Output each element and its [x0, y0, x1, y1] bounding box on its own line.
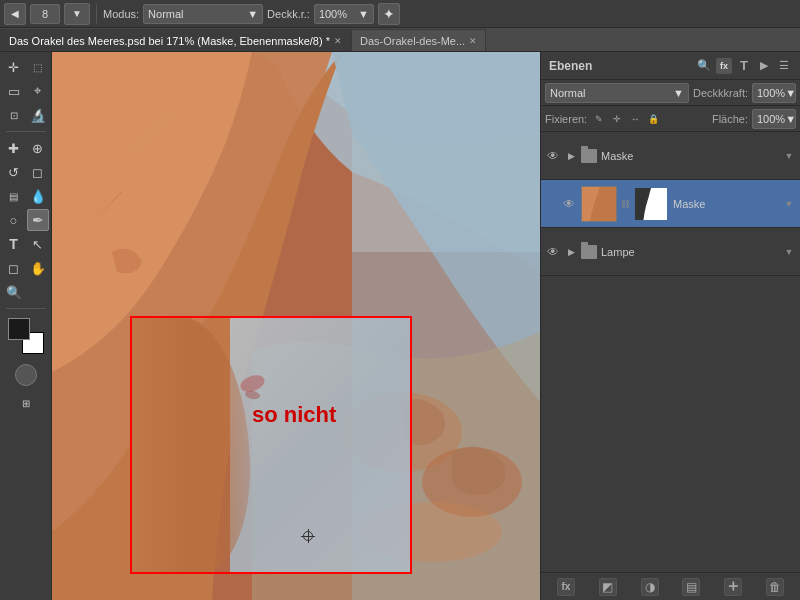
lock-pixels-btn[interactable]: ✎: [591, 111, 607, 127]
add-effect-button[interactable]: fx: [557, 578, 575, 596]
color-swatches[interactable]: [8, 318, 44, 354]
modus-dropdown[interactable]: Normal ▼: [143, 4, 263, 24]
fill-label: Fläche:: [712, 113, 748, 125]
type-tool[interactable]: T: [3, 233, 25, 255]
tab-close-1[interactable]: ✕: [334, 36, 342, 46]
layer-mask-thumbnail-maske: [633, 186, 669, 222]
canvas-area[interactable]: so nicht: [52, 52, 540, 600]
layers-header-icons: 🔍 fx T ▶ ☰: [696, 58, 792, 74]
tab-active[interactable]: Das Orakel des Meeres.psd bei 171% (Mask…: [0, 29, 351, 51]
layer-expand-lampe[interactable]: ▶: [565, 246, 577, 258]
tool-pair-9: ◻ ✋: [3, 257, 49, 279]
tool-pair-1: ✛ ⬚: [3, 56, 49, 78]
tool-pair-6: ▤ 💧: [3, 185, 49, 207]
layer-name-maske: Maske: [673, 198, 778, 210]
add-mask-button[interactable]: ◩: [599, 578, 617, 596]
tab-close-2[interactable]: ✕: [469, 36, 477, 46]
tool-separator-2: [6, 308, 46, 309]
extra-panel-button[interactable]: ⊞: [15, 392, 37, 414]
svg-point-5: [362, 502, 502, 562]
main-area: ✛ ⬚ ▭ ⌖ ⊡ 🔬 ✚ ⊕ ↺ ◻ ▤ 💧 ○ ✒ T ↖: [0, 52, 800, 600]
add-group-button[interactable]: ▤: [682, 578, 700, 596]
foreground-color-swatch[interactable]: [8, 318, 30, 340]
left-toolbar: ✛ ⬚ ▭ ⌖ ⊡ 🔬 ✚ ⊕ ↺ ◻ ▤ 💧 ○ ✒ T ↖: [0, 52, 52, 600]
tool-pair-5: ↺ ◻: [3, 161, 49, 183]
layers-list: 👁 ▶ Maske ▼ 👁 ⛓: [541, 132, 800, 572]
add-adjustment-button[interactable]: ◑: [641, 578, 659, 596]
layers-fx-icon[interactable]: fx: [716, 58, 732, 74]
layers-type-icon[interactable]: T: [736, 58, 752, 74]
crop-tool[interactable]: ⊡: [3, 104, 25, 126]
layers-panel: Ebenen 🔍 fx T ▶ ☰ Normal ▼ Deckkkraft: 1…: [540, 52, 800, 600]
back-button[interactable]: ◀: [4, 3, 26, 25]
lock-icons: ✎ ✛ ↔ 🔒: [591, 111, 661, 127]
layers-title: Ebenen: [549, 59, 592, 73]
eyedropper-tool[interactable]: 🔬: [27, 104, 49, 126]
layer-row-maske-layer[interactable]: 👁 ⛓ Maske ▼: [541, 180, 800, 228]
layer-row-maske-group[interactable]: 👁 ▶ Maske ▼: [541, 132, 800, 180]
move-tool[interactable]: ✛: [3, 56, 25, 78]
canvas-image: [52, 52, 540, 600]
lock-artboards-btn[interactable]: ↔: [627, 111, 643, 127]
marquee-tool[interactable]: ▭: [3, 80, 25, 102]
modus-label: Modus:: [103, 8, 139, 20]
layer-name-lampe: Lampe: [601, 246, 778, 258]
deckkraft-label: Deckk.r.:: [267, 8, 310, 20]
path-select-tool[interactable]: ↖: [27, 233, 49, 255]
opacity-label: Deckkkraft:: [693, 87, 748, 99]
zoom-tool[interactable]: 🔍: [3, 281, 25, 303]
layer-expand-maske-group[interactable]: ▶: [565, 150, 577, 162]
layer-menu-lampe[interactable]: ▼: [782, 247, 796, 257]
delete-layer-button[interactable]: 🗑: [766, 578, 784, 596]
tab-bar: Das Orakel des Meeres.psd bei 171% (Mask…: [0, 28, 800, 52]
tool-pair-8: T ↖: [3, 233, 49, 255]
stamp-tool[interactable]: ⊕: [27, 137, 49, 159]
layers-bottom-toolbar: fx ◩ ◑ ▤ ＋ 🗑: [541, 572, 800, 600]
brush-size-input[interactable]: [30, 4, 60, 24]
pen-tool[interactable]: ✒: [27, 209, 49, 231]
layers-blend-row: Normal ▼ Deckkkraft: 100% ▼: [541, 80, 800, 106]
extra-tool[interactable]: [27, 281, 49, 303]
mask-icon[interactable]: [15, 364, 37, 386]
tool-pair-3: ⊡ 🔬: [3, 104, 49, 126]
healing-tool[interactable]: ✚: [3, 137, 25, 159]
add-layer-button[interactable]: ＋: [724, 578, 742, 596]
hand-tool[interactable]: ✋: [27, 257, 49, 279]
layer-thumbnail-maske: [581, 186, 617, 222]
tool-pair-7: ○ ✒: [3, 209, 49, 231]
opacity-value[interactable]: 100% ▼: [752, 83, 796, 103]
layers-search-icon[interactable]: 🔍: [696, 58, 712, 74]
layers-play-icon[interactable]: ▶: [756, 58, 772, 74]
layer-name-maske-group: Maske: [601, 150, 778, 162]
blend-mode-dropdown[interactable]: Normal ▼: [545, 83, 689, 103]
layers-menu-icon[interactable]: ☰: [776, 58, 792, 74]
eraser-tool[interactable]: ◻: [27, 161, 49, 183]
layer-chain-maske: ⛓: [621, 199, 629, 209]
history-brush-tool[interactable]: ↺: [3, 161, 25, 183]
tool-pair-4: ✚ ⊕: [3, 137, 49, 159]
tool-pair-10: 🔍: [3, 281, 49, 303]
lock-all-btn[interactable]: 🔒: [645, 111, 661, 127]
dodge-tool[interactable]: ○: [3, 209, 25, 231]
gradient-tool[interactable]: ▤: [3, 185, 25, 207]
fix-label: Fixieren:: [545, 113, 587, 125]
blur-tool[interactable]: 💧: [27, 185, 49, 207]
layer-visibility-maske-group[interactable]: 👁: [545, 148, 561, 164]
layer-visibility-maske-layer[interactable]: 👁: [561, 196, 577, 212]
lasso-tool[interactable]: ⌖: [27, 80, 49, 102]
layer-visibility-lampe[interactable]: 👁: [545, 244, 561, 260]
layer-menu-maske-group[interactable]: ▼: [782, 151, 796, 161]
fill-value[interactable]: 100% ▼: [752, 109, 796, 129]
layer-menu-maske[interactable]: ▼: [782, 199, 796, 209]
lock-position-btn[interactable]: ✛: [609, 111, 625, 127]
layers-header: Ebenen 🔍 fx T ▶ ☰: [541, 52, 800, 80]
tab-inactive[interactable]: Das-Orakel-des-Me... ✕: [351, 29, 486, 51]
shape-tool[interactable]: ◻: [3, 257, 25, 279]
tool-separator: [6, 131, 46, 132]
layer-folder-icon-maske: [581, 149, 597, 163]
deckkraft-dropdown[interactable]: 100% ▼: [314, 4, 374, 24]
brush-options-button[interactable]: ▼: [64, 3, 90, 25]
airbrush-button[interactable]: ✦: [378, 3, 400, 25]
artboard-tool[interactable]: ⬚: [27, 56, 49, 78]
layer-row-lampe[interactable]: 👁 ▶ Lampe ▼: [541, 228, 800, 276]
